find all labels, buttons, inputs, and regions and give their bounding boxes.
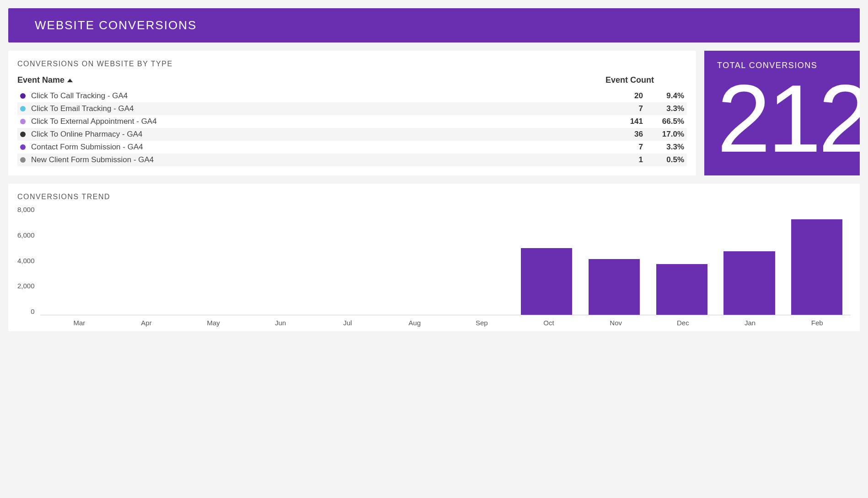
header-banner: WEBSITE CONVERSIONS xyxy=(8,8,860,42)
row-percent: 3.3% xyxy=(643,104,684,113)
bar[interactable] xyxy=(791,219,842,315)
row-name: Click To Call Tracking - GA4 xyxy=(31,91,602,101)
row-percent: 17.0% xyxy=(643,130,684,139)
bar[interactable] xyxy=(656,264,707,315)
bar-slot xyxy=(243,206,311,315)
table-row[interactable]: New Client Form Submission - GA410.5% xyxy=(17,154,687,166)
table-row[interactable]: Click To Call Tracking - GA4209.4% xyxy=(17,90,687,102)
legend-dot-icon xyxy=(20,119,26,124)
row-percent: 0.5% xyxy=(643,155,684,164)
row-count: 1 xyxy=(602,155,643,164)
total-value: 212 xyxy=(717,73,851,164)
x-tick: Jul xyxy=(314,319,381,327)
x-tick: Dec xyxy=(649,319,717,327)
sort-by-event-name[interactable]: Event Name xyxy=(17,75,73,85)
row-name: Click To External Appointment - GA4 xyxy=(31,117,602,126)
bar[interactable] xyxy=(723,251,775,315)
bar-slot xyxy=(378,206,445,315)
row-name: Click To Email Tracking - GA4 xyxy=(31,104,602,113)
x-tick: May xyxy=(180,319,247,327)
trend-title: CONVERSIONS TREND xyxy=(17,193,851,201)
legend-dot-icon xyxy=(20,144,26,150)
caret-up-icon xyxy=(67,79,73,82)
bar[interactable] xyxy=(521,248,572,315)
table-title: CONVERSIONS ON WEBSITE BY TYPE xyxy=(17,60,687,68)
legend-dot-icon xyxy=(20,93,26,99)
row-name: New Client Form Submission - GA4 xyxy=(31,155,602,164)
x-axis: MarAprMayJunJulAugSepOctNovDecJanFeb xyxy=(46,319,851,327)
table-row[interactable]: Contact Form Submission - GA473.3% xyxy=(17,141,687,154)
conversions-trend-panel: CONVERSIONS TREND 8,0006,0004,0002,0000 … xyxy=(8,184,860,331)
y-tick: 2,000 xyxy=(17,282,35,290)
y-tick: 4,000 xyxy=(17,257,35,265)
chart-area: 8,0006,0004,0002,0000 xyxy=(17,206,851,315)
total-conversions-panel: TOTAL CONVERSIONS 212 xyxy=(704,51,860,175)
row-count: 20 xyxy=(602,91,643,101)
top-row: CONVERSIONS ON WEBSITE BY TYPE Event Nam… xyxy=(8,51,860,175)
x-tick: Jun xyxy=(247,319,314,327)
row-count: 7 xyxy=(602,104,643,113)
bar-slot xyxy=(445,206,513,315)
row-count: 36 xyxy=(602,130,643,139)
table-row[interactable]: Click To External Appointment - GA414166… xyxy=(17,115,687,128)
col-count-label: Event Count xyxy=(595,75,687,85)
y-tick: 8,000 xyxy=(17,206,35,213)
bar-slot xyxy=(310,206,378,315)
bar[interactable] xyxy=(589,259,640,315)
x-tick: Sep xyxy=(448,319,515,327)
bar-slot xyxy=(107,206,175,315)
row-name: Click To Online Pharmacy - GA4 xyxy=(31,130,602,139)
y-tick: 0 xyxy=(31,307,34,315)
y-axis: 8,0006,0004,0002,0000 xyxy=(17,206,40,315)
legend-dot-icon xyxy=(20,132,26,137)
row-percent: 66.5% xyxy=(643,117,684,126)
x-tick: Apr xyxy=(113,319,180,327)
bar-slot xyxy=(513,206,580,315)
bar-slot xyxy=(580,206,648,315)
bar-slot xyxy=(40,206,108,315)
x-tick: Nov xyxy=(582,319,649,327)
row-name: Contact Form Submission - GA4 xyxy=(31,143,602,152)
y-tick: 6,000 xyxy=(17,231,35,239)
x-tick: Jan xyxy=(717,319,784,327)
x-tick: Aug xyxy=(381,319,448,327)
page-title: WEBSITE CONVERSIONS xyxy=(35,18,833,32)
bar-slot xyxy=(783,206,851,315)
bar-slot xyxy=(175,206,243,315)
table-row[interactable]: Click To Email Tracking - GA473.3% xyxy=(17,102,687,115)
x-tick: Oct xyxy=(515,319,583,327)
table-header: Event Name Event Count xyxy=(17,73,687,90)
legend-dot-icon xyxy=(20,157,26,163)
bar-slot xyxy=(648,206,716,315)
col-name-label: Event Name xyxy=(17,75,64,85)
table-body: Click To Call Tracking - GA4209.4%Click … xyxy=(17,90,687,166)
bars-container xyxy=(40,206,851,315)
row-percent: 3.3% xyxy=(643,143,684,152)
row-count: 141 xyxy=(602,117,643,126)
x-tick: Mar xyxy=(46,319,113,327)
x-tick: Feb xyxy=(783,319,851,327)
table-row[interactable]: Click To Online Pharmacy - GA43617.0% xyxy=(17,128,687,141)
row-percent: 9.4% xyxy=(643,91,684,101)
row-count: 7 xyxy=(602,143,643,152)
bar-slot xyxy=(716,206,783,315)
legend-dot-icon xyxy=(20,106,26,111)
plot-area xyxy=(40,206,851,315)
conversions-by-type-panel: CONVERSIONS ON WEBSITE BY TYPE Event Nam… xyxy=(8,51,696,175)
